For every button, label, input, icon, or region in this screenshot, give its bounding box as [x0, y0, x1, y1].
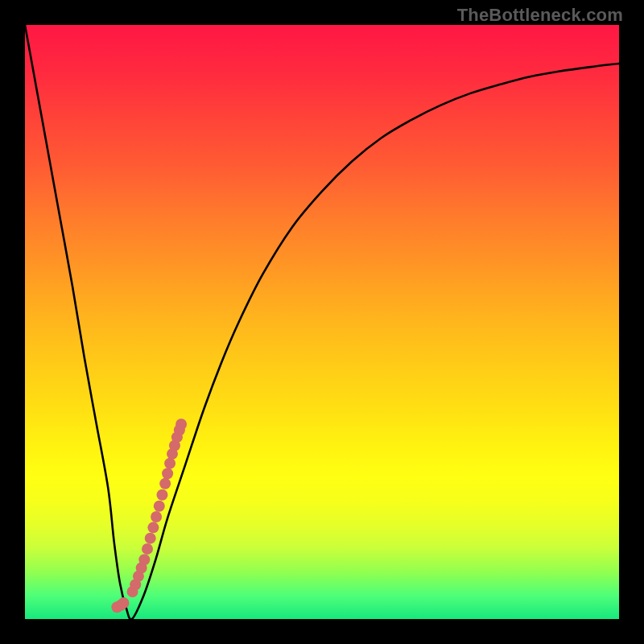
plot-gradient-background — [25, 25, 619, 619]
chart-stage: TheBottleneck.com — [0, 0, 644, 644]
watermark-text: TheBottleneck.com — [457, 5, 623, 26]
